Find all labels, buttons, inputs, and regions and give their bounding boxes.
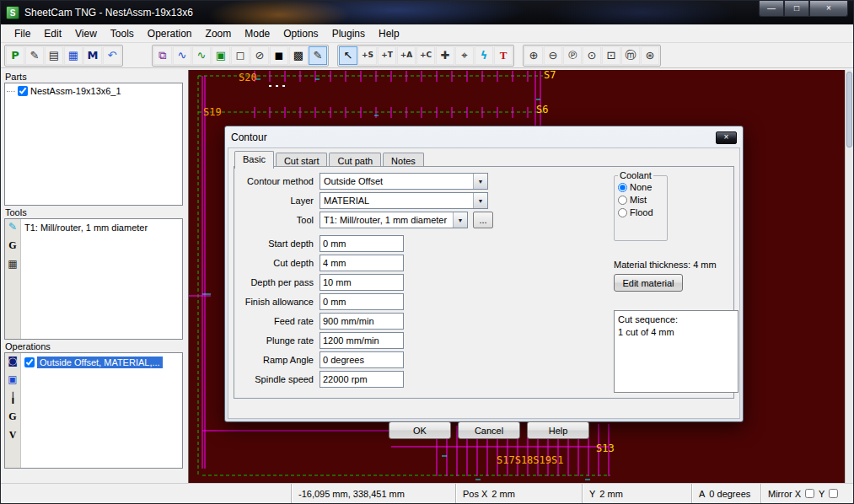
edit-part-icon[interactable]: ✎ [25, 46, 44, 65]
tool-browse-button[interactable]: ... [473, 212, 493, 228]
minimize-button[interactable]: — [759, 1, 784, 17]
set-origin-icon[interactable]: ⌖ [455, 46, 474, 65]
print-icon[interactable]: ▤ [45, 46, 63, 65]
move-part-icon[interactable]: ✚ [436, 46, 454, 65]
select-tab-icon[interactable]: +T [378, 46, 396, 65]
coolant-none-radio[interactable] [618, 183, 627, 192]
menu-zoom[interactable]: Zoom [199, 25, 239, 42]
mirror-x-checkbox[interactable] [805, 489, 814, 498]
maximize-button[interactable]: □ [784, 1, 809, 17]
tool-edit-icon[interactable]: ✎ [8, 222, 17, 232]
show-material-icon[interactable]: ▣ [212, 46, 230, 65]
zoom-extents-icon[interactable]: ⊙ [583, 46, 601, 65]
dialog-title: Contour [231, 131, 267, 143]
finish-allowance-input[interactable] [320, 293, 404, 310]
run-post-processor-icon[interactable]: P [6, 46, 24, 65]
help-button[interactable]: Help [527, 421, 589, 439]
menu-help[interactable]: Help [372, 25, 406, 42]
close-button[interactable]: × [809, 1, 848, 17]
scrollbar-thumb[interactable] [846, 72, 852, 147]
tool-item[interactable]: T1: Mill/router, 1 mm diameter [23, 221, 180, 234]
tool-gcode-icon[interactable]: G [8, 240, 16, 250]
show-toolpath-icon[interactable]: ∿ [173, 46, 191, 65]
parts-tree-item[interactable]: NestAssm-19x13x6_1 [5, 83, 182, 99]
part-visible-checkbox[interactable] [18, 86, 28, 96]
dialog-titlebar[interactable]: Contour × [228, 128, 740, 147]
parts-panel[interactable]: NestAssm-19x13x6_1 [4, 83, 183, 206]
coolant-flood-radio[interactable] [618, 208, 627, 217]
show-machine-extents-icon[interactable]: ◻ [231, 46, 250, 65]
op-insert-icon[interactable]: ◙ [8, 356, 18, 366]
op-vcarve-icon[interactable]: V [9, 430, 17, 440]
contour-method-select[interactable]: Outside Offset ▼ [320, 173, 488, 190]
tools-list[interactable]: T1: Mill/router, 1 mm diameter [21, 219, 182, 339]
operation-name[interactable]: Outside Offset, MATERIAL,... [37, 357, 163, 368]
menu-file[interactable]: File [8, 25, 37, 42]
tools-panel[interactable]: ✎ G ▦ T1: Mill/router, 1 mm diameter [4, 218, 183, 340]
feed-rate-input[interactable] [320, 313, 404, 330]
operation-item[interactable]: Outside Offset, MATERIAL,... [23, 355, 180, 370]
pos-x-label: Pos X [463, 489, 487, 499]
show-parts-icon[interactable]: ⧉ [153, 46, 172, 65]
app-icon: S [6, 6, 19, 19]
show-tool-icon[interactable]: ⊘ [250, 46, 269, 65]
menu-options[interactable]: Options [277, 25, 325, 42]
start-depth-input[interactable] [320, 235, 404, 252]
show-cut-direction-icon[interactable]: ▩ [289, 46, 308, 65]
mirror-y-checkbox[interactable] [829, 489, 838, 498]
tab-basic[interactable]: Basic [234, 151, 274, 169]
edit-material-button[interactable]: Edit material [614, 274, 683, 292]
zoom-part-icon[interactable]: ℗ [563, 46, 582, 65]
zoom-machine-icon[interactable]: ⓜ [621, 46, 640, 65]
titlebar[interactable]: S SheetCam TNG - NestAssm-19x13x6 — □ × [1, 1, 853, 24]
menu-tools[interactable]: Tools [104, 25, 141, 42]
coolant-option[interactable]: Mist [618, 195, 663, 205]
simulate-icon[interactable]: ▦ [64, 46, 83, 65]
coolant-option[interactable]: None [618, 182, 663, 192]
menu-plugins[interactable]: Plugins [325, 25, 372, 42]
op-outline-icon[interactable]: ▣ [8, 374, 17, 384]
tool-label: Tool [239, 215, 314, 225]
machine-icon[interactable]: M [83, 46, 102, 65]
edit-drawing-icon[interactable]: ✎ [309, 46, 327, 65]
menu-edit[interactable]: Edit [37, 25, 68, 42]
zoom-in-icon[interactable]: ⊕ [524, 46, 543, 65]
zoom-window-icon[interactable]: ⊡ [602, 46, 620, 65]
text-tool-icon[interactable]: T [494, 46, 513, 65]
tool-select[interactable]: T1: Mill/router, 1 mm diameter ▼ [320, 212, 468, 228]
coolant-option[interactable]: Flood [618, 207, 663, 217]
cut-sequence-line: 1 cut of 4 mm [618, 326, 734, 339]
layer-select[interactable]: MATERIAL ▼ [320, 192, 488, 209]
vertical-scrollbar[interactable] [845, 70, 853, 485]
menu-view[interactable]: View [68, 25, 104, 42]
pos-x-section: Pos X 2 mm [455, 484, 582, 503]
show-rapids-icon[interactable]: ∿ [192, 46, 211, 65]
coolant-mist-radio[interactable] [618, 196, 627, 205]
cancel-button[interactable]: Cancel [458, 421, 520, 439]
plunge-rate-input[interactable] [320, 332, 404, 349]
cut-depth-input[interactable] [320, 255, 404, 271]
undo-icon[interactable]: ↶ [103, 46, 121, 65]
select-arc-icon[interactable]: +A [397, 46, 416, 65]
dialog-close-button[interactable]: × [716, 131, 737, 144]
ok-button[interactable]: OK [389, 421, 451, 439]
select-start-point-icon[interactable]: +S [358, 46, 377, 65]
ramp-angle-input[interactable] [320, 351, 404, 368]
menu-operation[interactable]: Operation [141, 25, 199, 42]
operation-enabled-checkbox[interactable] [24, 357, 35, 367]
select-cursor-icon[interactable]: ↖ [339, 46, 357, 65]
tool-table-icon[interactable]: ▦ [8, 259, 17, 269]
zoom-previous-icon[interactable]: ⊛ [641, 46, 659, 65]
select-contour-icon[interactable]: +C [416, 46, 435, 65]
operations-panel[interactable]: ◙ ▣ ╽ G V Outside Offset, MATERIAL,... [4, 352, 183, 469]
spindle-speed-input[interactable] [320, 371, 404, 388]
menu-mode[interactable]: Mode [238, 25, 277, 42]
operations-list[interactable]: Outside Offset, MATERIAL,... [21, 353, 182, 468]
zoom-out-icon[interactable]: ⊖ [544, 46, 562, 65]
op-gcode-icon[interactable]: G [8, 411, 16, 421]
depth-per-pass-input[interactable] [320, 274, 404, 291]
op-drill-icon[interactable]: ╽ [9, 393, 15, 403]
black-background-icon[interactable]: ◼ [270, 46, 288, 65]
pos-a-label: A [699, 489, 705, 499]
measure-icon[interactable]: ϟ [475, 46, 493, 65]
